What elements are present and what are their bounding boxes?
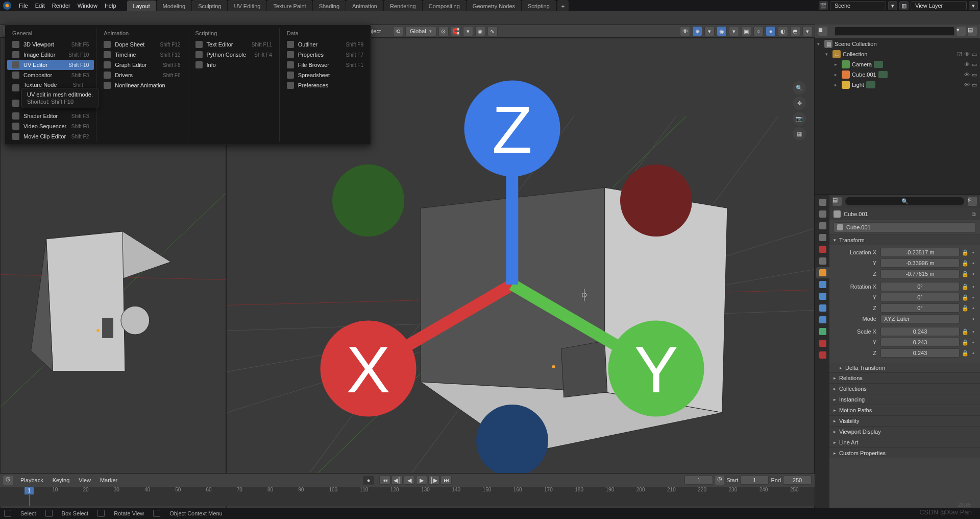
panel-delta-transform[interactable]: ▸Delta Transform <box>829 363 980 372</box>
timeline-menu-playback[interactable]: Playback <box>16 476 47 485</box>
prop-tab-texture[interactable] <box>816 349 829 361</box>
workspace-tab-animation[interactable]: Animation <box>346 1 383 11</box>
timeline-menu-marker[interactable]: Marker <box>96 476 121 485</box>
visibility-icon[interactable]: 👁 <box>680 26 690 36</box>
zoom-icon[interactable]: 🔍 <box>793 81 806 95</box>
panel-visibility[interactable]: ▸Visibility <box>829 416 980 426</box>
prop-tab-physics[interactable] <box>816 302 829 314</box>
camera-view-icon[interactable]: 📷 <box>793 112 806 125</box>
scene-icon[interactable]: 🎬 <box>819 1 828 10</box>
shading-wire-icon[interactable]: ○ <box>753 26 764 36</box>
menu-help[interactable]: Help <box>101 1 120 10</box>
rotation-y[interactable]: 0° <box>880 293 960 302</box>
editor-type-3d-viewport[interactable]: 3D ViewportShift F5 <box>7 39 94 50</box>
timeline-menu-keying[interactable]: Keying <box>48 476 74 485</box>
editor-type-dope-sheet[interactable]: Dope SheetShift F12 <box>99 39 185 50</box>
editor-type-info[interactable]: Info <box>190 60 277 70</box>
prop-tab-modifiers[interactable] <box>816 279 829 290</box>
play-rev-button[interactable]: ◀ <box>404 476 415 485</box>
workspace-tab-compositing[interactable]: Compositing <box>423 1 466 11</box>
shading-render-icon[interactable]: ◓ <box>790 26 800 36</box>
menu-file[interactable]: File <box>15 1 32 10</box>
prop-tab-collection[interactable] <box>816 255 829 267</box>
viewlayer-field[interactable]: View Layer <box>911 1 967 10</box>
outliner-type-icon[interactable]: ≣ <box>818 27 827 36</box>
workspace-tab-scripting[interactable]: Scripting <box>522 1 556 11</box>
jump-end-button[interactable]: ⏭ <box>440 476 452 485</box>
snap-icon[interactable]: 🧲 <box>451 26 461 36</box>
prop-tab-world[interactable] <box>816 244 829 255</box>
keyframe-prev-button[interactable]: ◀⎮ <box>391 476 403 485</box>
panel-relations[interactable]: ▸Relations <box>829 373 980 383</box>
autokey-button[interactable]: ● <box>363 476 374 485</box>
panel-instancing[interactable]: ▸Instancing <box>829 394 980 405</box>
snap-target-icon[interactable]: ▾ <box>463 26 473 36</box>
editor-type-compositor[interactable]: CompositorShift F3 <box>7 70 94 80</box>
outliner-new-collection-icon[interactable]: ▤ <box>968 27 977 36</box>
properties-type-icon[interactable]: ▤ <box>832 197 842 206</box>
overlay-dd-icon[interactable]: ▾ <box>729 26 739 36</box>
shading-dd-icon[interactable]: ▾ <box>802 26 813 36</box>
workspace-tab-modeling[interactable]: Modeling <box>157 1 192 11</box>
rotation-z[interactable]: 0° <box>880 303 960 313</box>
perspective-icon[interactable]: ▦ <box>793 127 806 140</box>
workspace-tab-rendering[interactable]: Rendering <box>384 1 422 11</box>
prop-tab-viewlayer[interactable] <box>816 220 829 231</box>
prop-tab-output[interactable] <box>816 208 829 220</box>
prop-tab-constraints[interactable] <box>816 314 829 325</box>
workspace-tab-sculpting[interactable]: Sculpting <box>192 1 227 11</box>
panel-viewport-display[interactable]: ▸Viewport Display <box>829 427 980 437</box>
object-name-field[interactable]: Cube.001 <box>834 222 976 232</box>
workspace-tab-uv-editing[interactable]: UV Editing <box>228 1 266 11</box>
editor-type-text-editor[interactable]: Text EditorShift F11 <box>190 39 277 50</box>
editor-type-video-sequencer[interactable]: Video SequencerShift F8 <box>7 121 94 131</box>
panel-line-art[interactable]: ▸Line Art <box>829 437 980 447</box>
timeline-ruler[interactable]: 1 11020304050607080901001101201301401501… <box>0 487 815 506</box>
workspace-tab-shading[interactable]: Shading <box>313 1 346 11</box>
workspace-tab-geometry-nodes[interactable]: Geometry Nodes <box>467 1 521 11</box>
scale-x[interactable]: 0.243 <box>880 327 960 336</box>
editor-type-uv-editor[interactable]: UV EditorShift F10 <box>7 60 94 70</box>
editor-type-menu[interactable]: General3D ViewportShift F5Image EditorSh… <box>5 25 371 145</box>
menu-render[interactable]: Render <box>48 1 74 10</box>
proportional-icon[interactable]: ◉ <box>475 26 485 36</box>
overlay-toggle-icon[interactable]: ◉ <box>717 26 727 36</box>
panel-motion-paths[interactable]: ▸Motion Paths <box>829 405 980 415</box>
editor-type-shader-editor[interactable]: Shader EditorShift F3 <box>7 111 94 121</box>
viewlayer-icon[interactable]: ▥ <box>899 1 909 10</box>
panel-collections[interactable]: ▸Collections <box>829 384 980 394</box>
editor-type-file-browser[interactable]: File BrowserShift F1 <box>282 60 369 70</box>
jump-start-button[interactable]: ⏮ <box>379 476 390 485</box>
panel-custom-properties[interactable]: ▸Custom Properties <box>829 448 980 458</box>
editor-type-nonlinear-animation[interactable]: Nonlinear Animation <box>99 80 185 90</box>
rotation-mode-select[interactable]: XYZ Euler <box>880 314 960 323</box>
prop-tab-scene[interactable] <box>816 232 829 243</box>
editor-type-image-editor[interactable]: Image EditorShift F10 <box>7 50 94 60</box>
menu-window[interactable]: Window <box>74 1 101 10</box>
outliner-tree[interactable]: ▾▤Scene Collection ▾▭Collection ☑👁▭ ▸Cam… <box>815 38 980 194</box>
timeline-type-icon[interactable]: ◷ <box>3 476 13 485</box>
shading-solid-icon[interactable]: ● <box>766 26 776 36</box>
proportional-type-icon[interactable]: ∿ <box>487 26 498 36</box>
add-workspace-button[interactable]: + <box>557 1 569 11</box>
start-frame-field[interactable]: 1 <box>740 476 769 485</box>
frame-popover-icon[interactable]: ◷ <box>715 476 724 485</box>
properties-pin-icon[interactable]: ⎘ <box>968 197 977 206</box>
editor-type-timeline[interactable]: TimelineShift F12 <box>99 50 185 60</box>
menu-edit[interactable]: Edit <box>32 1 48 10</box>
panel-transform-header[interactable]: ▾Transform <box>829 235 980 245</box>
outliner-item-camera[interactable]: ▸Camera👁▭ <box>815 59 980 69</box>
outliner-item-light[interactable]: ▸Light👁▭ <box>815 80 980 90</box>
outliner-filter-icon[interactable]: ▾ <box>957 27 966 36</box>
workspace-tab-texture-paint[interactable]: Texture Paint <box>267 1 312 11</box>
viewlayer-new-icon[interactable]: ▾ <box>969 1 978 10</box>
orientation-select[interactable]: Global <box>405 26 436 36</box>
editor-type-movie-clip-editor[interactable]: Movie Clip EditorShift F2 <box>7 131 94 141</box>
scene-new-icon[interactable]: ▾ <box>888 1 897 10</box>
pan-icon[interactable]: ✥ <box>793 97 806 110</box>
properties-search[interactable]: 🔍 <box>845 197 965 206</box>
prop-tab-particles[interactable] <box>816 291 829 302</box>
play-button[interactable]: ▶ <box>416 476 427 485</box>
prop-tab-material[interactable] <box>816 338 829 349</box>
pivot-icon[interactable]: ⊙ <box>438 26 449 36</box>
